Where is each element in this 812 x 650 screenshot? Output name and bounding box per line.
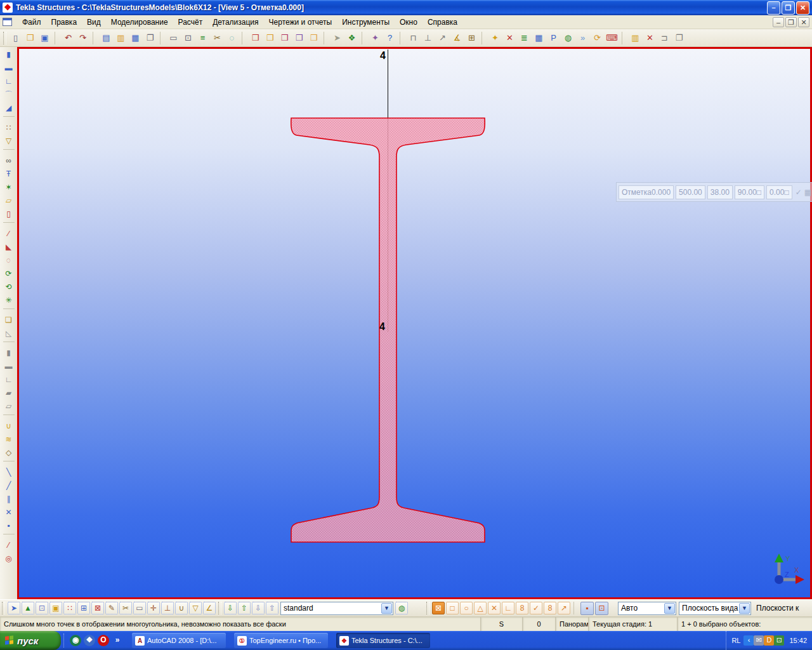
language-indicator[interactable]: RL	[731, 637, 740, 644]
view-list-button[interactable]: ≡	[196, 31, 209, 44]
new-model-button[interactable]: ▯	[9, 31, 22, 44]
create-item-button[interactable]: ▯	[2, 208, 15, 220]
quicklaunch-opera-icon[interactable]: O	[98, 635, 109, 646]
quicklaunch-green-icon[interactable]: ◉	[70, 635, 81, 646]
chevron-down-icon[interactable]: ▼	[664, 603, 675, 614]
line-cut-button[interactable]: ∕	[2, 227, 15, 240]
profile-combobox[interactable]: standard ▼	[280, 602, 393, 615]
snap-points-toggle[interactable]: ⊠	[432, 602, 445, 614]
start-button[interactable]: пуск	[0, 631, 61, 650]
plane-combobox-truncated[interactable]: Плоскости к	[752, 604, 799, 613]
publish-web-button[interactable]: ◍	[561, 31, 575, 44]
view-window-button[interactable]: ▭	[167, 31, 180, 44]
part-position-label-top[interactable]: 4	[380, 50, 386, 61]
polygon-cut-button[interactable]: ◣	[2, 241, 15, 253]
point-parallel-button[interactable]: ∥	[2, 493, 15, 505]
toolbar-grip[interactable]	[426, 602, 429, 614]
inquire-button[interactable]: ✦	[488, 31, 502, 44]
import-refresh-button[interactable]: ⟳	[591, 31, 604, 44]
tray-download-icon[interactable]: D	[764, 635, 774, 646]
snap-triangle-toggle[interactable]: △	[474, 602, 487, 614]
copy-rotate-button[interactable]: ⟳	[2, 267, 15, 280]
tray-network-icon[interactable]: ⊡	[774, 635, 784, 646]
list-special-button[interactable]: ❐	[143, 31, 157, 44]
select-bolts-toggle[interactable]: ⊥	[161, 602, 174, 614]
snap-perpendicular-toggle[interactable]: ∟	[502, 602, 514, 614]
select-parts-toggle[interactable]: ▣	[49, 602, 62, 614]
apply-check-icon[interactable]: ✓	[796, 188, 802, 197]
strip-footing-button[interactable]: ∪	[2, 420, 15, 432]
create-grid-button[interactable]: ⊞	[465, 31, 478, 44]
menu-drawings-reports[interactable]: Чертежи и отчеты	[264, 16, 337, 29]
move-rotate-button[interactable]: ⟲	[2, 281, 15, 293]
menu-file[interactable]: Файл	[17, 16, 46, 29]
width-field[interactable]: 38.00	[707, 185, 733, 199]
select-surfaces-toggle[interactable]: ∷	[63, 602, 76, 614]
cut-button[interactable]: ✂	[211, 31, 224, 44]
elevation-field[interactable]: Отметка0.000	[619, 185, 674, 199]
copy-button[interactable]: ▤	[100, 31, 113, 44]
concrete-polybeam-button[interactable]: ∟	[2, 373, 15, 386]
auto-connection-button[interactable]: ∞	[2, 154, 15, 167]
create-polybeam-button[interactable]: ∟	[2, 75, 15, 88]
chevron-down-icon[interactable]: ▼	[739, 603, 750, 614]
save-model-button[interactable]: ▣	[38, 31, 51, 44]
chamfer-button[interactable]: ◺	[2, 327, 15, 340]
quicklaunch-more-chevron[interactable]: »	[112, 635, 123, 646]
length-field[interactable]: 500.00	[676, 185, 705, 199]
part-position-label-mid[interactable]: 4	[379, 321, 385, 332]
tray-hide-chevron[interactable]: ‹	[743, 635, 754, 646]
snap-check-toggle[interactable]: ✓	[530, 602, 542, 614]
point-bolt-button[interactable]: ▪	[2, 519, 15, 532]
order-up-blue-toggle[interactable]: ⇧	[266, 602, 278, 614]
menu-help[interactable]: Справка	[422, 16, 462, 29]
snap-cross-toggle[interactable]: ✕	[488, 602, 501, 614]
layout-window-button[interactable]: ❐	[672, 31, 686, 44]
taskbar-item-browser[interactable]: ① TopEngineer.ru • Про...	[234, 633, 328, 648]
close-button[interactable]: ✕	[796, 1, 809, 15]
snap-circle-toggle[interactable]: ○	[460, 602, 473, 614]
snap-arrow-toggle[interactable]: ↗	[558, 602, 570, 614]
more-commands-button[interactable]: »	[576, 31, 589, 44]
select-all-toggle[interactable]: ➤	[8, 602, 20, 614]
create-surface-button[interactable]: ❏	[2, 314, 15, 326]
work-plane-combobox[interactable]: Плоскость вида ▼	[679, 602, 751, 615]
array-copy-button[interactable]: ✳	[2, 294, 15, 307]
mdi-close-button[interactable]: ✕	[798, 17, 809, 27]
tray-mail-icon[interactable]: ✉	[754, 635, 764, 646]
select-views-toggle[interactable]: ▭	[133, 602, 146, 614]
mdi-minimize-button[interactable]: –	[773, 17, 784, 27]
redo-button[interactable]: ↷	[76, 31, 89, 44]
taskbar-item-autocad[interactable]: A AutoCAD 2008 - [D:\...	[132, 633, 226, 648]
attach-window-button[interactable]: ⊐	[658, 31, 671, 44]
snap-geometry-toggle[interactable]: □	[446, 602, 459, 614]
undo-button[interactable]: ↶	[62, 31, 75, 44]
close-view-button[interactable]: ✕	[643, 31, 657, 44]
reinforcement-mesh-button[interactable]: ◇	[2, 446, 15, 459]
point-on-line-button[interactable]: ╲	[2, 466, 15, 479]
drawing-catalog-button[interactable]: ❒	[307, 31, 320, 44]
select-single-toggle[interactable]: ∠	[203, 602, 216, 614]
offset-field[interactable]: 0.00□	[766, 185, 792, 199]
material-catalog-button[interactable]: ❒	[263, 31, 277, 44]
select-reinforcement-toggle[interactable]: ∪	[175, 602, 188, 614]
order-up-green-toggle[interactable]: ⇧	[238, 602, 251, 614]
measure-distance-button[interactable]: ↗	[436, 31, 449, 44]
toolbar-grip[interactable]	[3, 32, 6, 44]
component-catalog-button[interactable]: ❒	[292, 31, 306, 44]
drawing-viewport[interactable]: 4 4 Y X Z	[17, 47, 812, 599]
restore-button[interactable]: ❐	[782, 1, 795, 15]
concrete-beam-button[interactable]: ▬	[2, 360, 15, 373]
print-button[interactable]: P	[547, 31, 560, 44]
measure-angle-button[interactable]: ∡	[450, 31, 464, 44]
part-cut-button[interactable]: ◌	[2, 254, 15, 267]
menu-tools[interactable]: Инструменты	[337, 16, 395, 29]
select-pour-toggle[interactable]: ▽	[189, 602, 202, 614]
select-grid-lines-toggle[interactable]: ⊠	[91, 602, 104, 614]
numbering-button[interactable]: ≣	[518, 31, 531, 44]
create-beam-button[interactable]: ▬	[2, 62, 15, 74]
select-components-toggle[interactable]: ▲	[22, 602, 34, 614]
snap-boxed-toggle[interactable]: 8	[544, 602, 556, 614]
create-column-button[interactable]: ▮	[2, 48, 15, 61]
toolbar-grip[interactable]	[2, 602, 5, 614]
